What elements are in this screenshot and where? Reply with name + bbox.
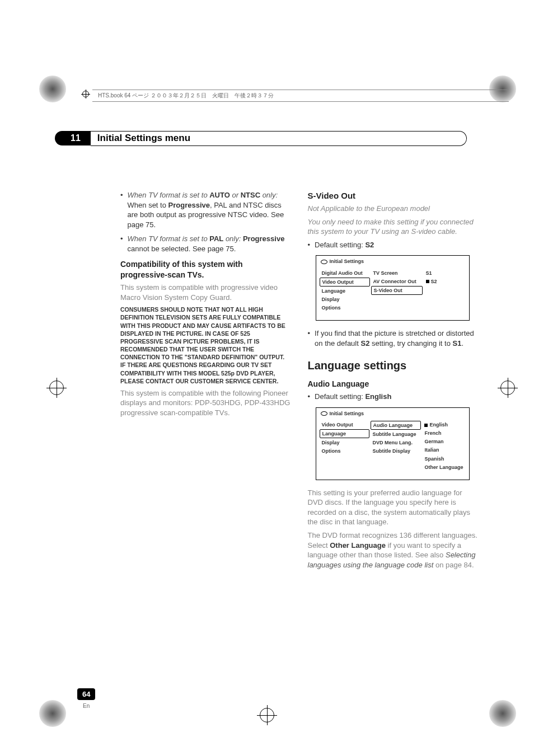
chapter-bar: 11 Initial Settings menu xyxy=(55,130,467,147)
bullet-icon: • xyxy=(308,392,311,402)
osd-item-marked: English xyxy=(422,421,465,429)
osd-item: AV Connector Out xyxy=(371,278,423,285)
right-column: S-Video Out Not Applicable to the Europe… xyxy=(308,190,479,678)
body-text: Default setting: S2 xyxy=(315,240,374,250)
osd-item: German xyxy=(422,438,465,445)
body-text: This setting is your preferred audio lan… xyxy=(308,488,479,527)
osd-item-selected: S-Video Out xyxy=(371,286,423,295)
printer-mark xyxy=(489,700,523,734)
osd-item-selected: Language xyxy=(320,429,369,438)
printer-mark xyxy=(39,700,73,734)
body-text: The DVD format recognizes 136 different … xyxy=(308,530,479,570)
osd-item: Spanish xyxy=(422,455,465,463)
osd-item: Display xyxy=(320,439,369,447)
osd-item: Video Output xyxy=(320,421,369,429)
registration-mark xyxy=(260,708,274,722)
left-column: • When TV format is set to AUTO or NTSC … xyxy=(120,190,291,678)
subheading-audio-language: Audio Language xyxy=(308,379,479,389)
registration-mark xyxy=(49,381,64,395)
osd-item: TV Screen xyxy=(371,269,423,277)
osd-menu-col3: S1 S2 xyxy=(424,269,466,313)
osd-title: Initial Settings xyxy=(316,408,469,418)
osd-item: Language xyxy=(320,287,370,295)
osd-item: Subtitle Language xyxy=(371,430,421,438)
disc-icon xyxy=(321,411,327,416)
section-heading-language: Language settings xyxy=(308,358,479,373)
osd-item: Other Language xyxy=(422,463,465,471)
body-text: When TV format is set to PAL only: Progr… xyxy=(128,234,291,253)
osd-item: Display xyxy=(320,295,370,303)
osd-menu-col1: Video Output Language Display Options xyxy=(320,420,369,472)
body-text: Default setting: English xyxy=(315,392,391,402)
osd-item: S1 xyxy=(424,269,466,277)
osd-item: Italian xyxy=(422,446,465,454)
osd-menu-col2: Audio Language Subtitle Language DVD Men… xyxy=(371,420,421,472)
osd-item-selected: Video Output xyxy=(320,278,370,287)
osd-item: Options xyxy=(320,447,369,455)
osd-screenshot-audio-language: Initial Settings Video Output Language D… xyxy=(316,407,470,480)
warning-text: CONSUMERS SHOULD NOTE THAT NOT ALL HIGH … xyxy=(120,306,291,385)
list-item: • When TV format is set to PAL only: Pro… xyxy=(120,234,291,253)
chapter-title: Initial Settings menu xyxy=(97,133,190,144)
body-text: This system is compatible with progressi… xyxy=(120,283,291,302)
subheading-compatibility: Compatibility of this system with progre… xyxy=(120,259,291,280)
header-bar: HTS.book 64 ページ ２００３年２月２５日 火曜日 午後２時３７分 xyxy=(92,90,509,102)
page-number-badge: 64 xyxy=(77,688,95,700)
osd-item-marked: S2 xyxy=(424,278,466,285)
subheading-svideo: S-Video Out xyxy=(308,190,479,201)
osd-item-selected: Audio Language xyxy=(371,421,421,430)
note-text: Not Applicable to the European model xyxy=(308,204,479,214)
book-info: HTS.book 64 ページ ２００３年２月２５日 火曜日 午後２時３７分 xyxy=(98,92,274,100)
list-item: • Default setting: S2 xyxy=(308,240,479,250)
osd-screenshot-svideo: Initial Settings Digital Audio Out Video… xyxy=(316,255,470,321)
list-item: • When TV format is set to AUTO or NTSC … xyxy=(120,190,291,229)
osd-title: Initial Settings xyxy=(316,256,469,266)
osd-item: French xyxy=(422,429,465,437)
osd-item: DVD Menu Lang. xyxy=(371,439,421,447)
bullet-icon: • xyxy=(308,328,311,348)
registration-mark xyxy=(81,90,90,98)
body-text: If you find that the picture is stretche… xyxy=(315,328,478,348)
printer-mark xyxy=(39,76,73,109)
list-item: • If you find that the picture is stretc… xyxy=(308,328,479,348)
bullet-icon: • xyxy=(120,234,123,253)
note-text: You only need to make this setting if yo… xyxy=(308,217,479,237)
osd-item: Digital Audio Out xyxy=(320,269,370,277)
osd-menu-col3: English French German Italian Spanish Ot… xyxy=(422,420,465,472)
body-text: When TV format is set to AUTO or NTSC on… xyxy=(128,190,291,229)
osd-item: Options xyxy=(320,304,370,312)
osd-menu-col1: Digital Audio Out Video Output Language … xyxy=(320,269,370,313)
bullet-icon: • xyxy=(120,190,123,229)
osd-item: Subtitle Display xyxy=(371,447,421,455)
square-icon xyxy=(424,424,428,427)
page-language: En xyxy=(83,703,90,709)
square-icon xyxy=(426,280,429,283)
chapter-number: 11 xyxy=(55,131,91,145)
osd-menu-col2: TV Screen AV Connector Out S-Video Out xyxy=(371,269,423,313)
registration-mark xyxy=(500,381,515,395)
chapter-title-wrap: Initial Settings menu xyxy=(91,131,467,146)
list-item: • Default setting: English xyxy=(308,392,479,402)
body-text: This system is compatible with the follo… xyxy=(120,388,291,418)
bullet-icon: • xyxy=(308,240,311,250)
disc-icon xyxy=(321,260,327,264)
